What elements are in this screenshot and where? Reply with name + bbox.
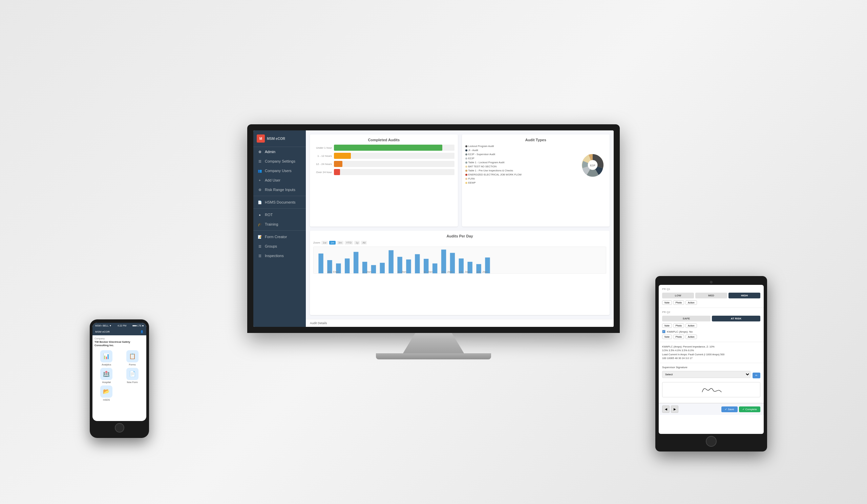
tablet-section-q2: PR Q2 SAFE AT RISK Note Photo Action ✓ K… (659, 308, 764, 342)
q1-low-button[interactable]: LOW (662, 293, 694, 298)
company-settings-icon: ☰ (257, 160, 262, 163)
hsms-icon: 📄 (257, 201, 262, 204)
q2-photo-button[interactable]: Photo (673, 323, 684, 328)
sidebar-logo: M MSM eCOR (253, 130, 306, 147)
phone-icon-analytics[interactable]: 📊 Analytics (95, 350, 119, 366)
sidebar-item-groups[interactable]: ☰ Groups (253, 242, 306, 251)
svg-text:14. Jan: 14. Jan (476, 271, 488, 274)
q2-action-button[interactable]: Action (685, 323, 697, 328)
phone-home-button[interactable] (115, 423, 124, 432)
sidebar-item-rot[interactable]: ● ROT (253, 210, 306, 219)
hospital-label: Hospital (102, 381, 111, 384)
svg-rect-7 (354, 252, 358, 274)
monitor-stand (403, 333, 464, 353)
q2-sub-action[interactable]: Action (685, 335, 697, 339)
sidebar-divider-3 (253, 230, 306, 230)
phone-company-label: Company (95, 337, 144, 340)
tablet-home-button[interactable] (706, 436, 717, 447)
sidebar-item-form-creator[interactable]: 📝 Form Creator (253, 232, 306, 242)
sidebar-item-label: ROT (265, 213, 272, 217)
sidebar-item-risk-range[interactable]: ⚙ Risk Range Inputs (253, 185, 306, 194)
phone-icon-msds[interactable]: 📂 mSDS (95, 385, 119, 401)
forms-icon-box: 📋 (126, 350, 139, 362)
sidebar-item-label: Inspections (265, 254, 284, 258)
sidebar-item-add-user[interactable]: + Add User (253, 175, 306, 185)
sidebar-item-company-users[interactable]: 👥 Company Users (253, 166, 306, 175)
phone-user-icon: 👤 (140, 330, 143, 333)
q2-label: PR Q2 (662, 311, 760, 314)
legend-item: ENERGIZED ELECTRICAL JOB WORK FLOW (465, 173, 576, 176)
completed-audits-chart: Under 1 hour 1 - 12 hours (313, 144, 454, 175)
q1-photo-button[interactable]: Photo (673, 300, 684, 305)
q2-sub-action-buttons: Note Photo Action (662, 335, 760, 339)
bar-row: Under 1 hour (313, 144, 454, 151)
phone-header: MSM eCOR 👤 (93, 328, 146, 335)
sidebar-item-admin[interactable]: ⚙ Admin (253, 147, 306, 157)
phone-outer: MSM • BELL ▼ 4:22 PM ■■■ LTE ■ MSM eCOR … (90, 319, 149, 438)
save-button[interactable]: ✓ Save (721, 406, 737, 412)
legend-item: BAT TEST NO SECTION (465, 165, 576, 168)
svg-rect-13 (406, 259, 411, 274)
msds-icon-box: 📂 (100, 385, 113, 398)
sidebar-item-hsms[interactable]: 📄 HSMS Documents (253, 197, 306, 207)
q1-note-button[interactable]: Note (662, 300, 672, 305)
audit-details-label: Audit Details (310, 321, 327, 325)
svg-rect-17 (441, 250, 446, 274)
q1-action-button[interactable]: Action (685, 300, 697, 305)
phone-icon-forms[interactable]: 📋 Forms (120, 350, 144, 366)
monitor-base (376, 353, 491, 360)
sig-edit-button[interactable]: ✏ (752, 373, 760, 378)
phone-icons-grid: 📊 Analytics 📋 Forms 🏥 Hospital 📄 New For… (95, 350, 144, 401)
zoom-all[interactable]: All (361, 241, 367, 245)
sidebar-item-company-settings[interactable]: ☰ Company Settings (253, 157, 306, 166)
sidebar-item-label: Admin (265, 150, 275, 154)
zoom-1w[interactable]: 1w (321, 241, 328, 245)
phone-carrier: MSM • BELL ▼ (95, 324, 111, 327)
supervisor-select[interactable]: Select (662, 371, 750, 378)
q1-risk-buttons: LOW MED HIGH (662, 293, 760, 298)
q2-sub-note[interactable]: Note (662, 335, 672, 339)
company-users-icon: 👥 (257, 169, 262, 173)
audit-types-title: Audit Types (465, 138, 607, 142)
sidebar-item-training[interactable]: 🎓 Training (253, 219, 306, 229)
q2-risk-buttons: SAFE AT RISK (662, 316, 760, 321)
tablet-screen: PR Q1 LOW MED HIGH Note Photo Action PR … (659, 285, 764, 434)
kwaplc-checkbox[interactable]: ✓ (662, 330, 665, 333)
q2-sub-photo[interactable]: Photo (673, 335, 684, 339)
q1-med-button[interactable]: MED (695, 293, 727, 298)
bar-fill (334, 144, 442, 151)
q2-safe-button[interactable]: SAFE (662, 316, 710, 321)
q2-at-risk-button[interactable]: AT RISK (712, 316, 760, 321)
q1-high-button[interactable]: HIGH (728, 293, 760, 298)
zoom-1m[interactable]: 1m (329, 241, 336, 245)
prev-button[interactable]: ◀ (662, 405, 670, 413)
complete-button[interactable]: ✓ Complete (739, 406, 760, 412)
zoom-3m[interactable]: 3m (337, 241, 343, 245)
sidebar-item-inspections[interactable]: ☰ Inspections (253, 251, 306, 260)
zoom-ytd[interactable]: YTD (345, 241, 353, 245)
sidebar-item-label: Training (265, 222, 278, 226)
signature-svg (698, 384, 725, 396)
sig-controls: Select ✏ (662, 371, 760, 380)
zoom-1y[interactable]: 1y (354, 241, 360, 245)
kwaplc-label: KWAPLC (Amps): No (667, 330, 693, 333)
next-button[interactable]: ▶ (671, 405, 678, 413)
pie-chart-area: Lockout Program Audit JI - Audit EZJP - … (465, 144, 607, 185)
phone-company-name: TW Becker Electrical Safety Consulting I… (95, 340, 144, 347)
new-form-icon-box: 📄 (126, 368, 139, 380)
phone-header-title: MSM eCOR (95, 330, 110, 333)
main-content: Completed Audits Under 1 hour 1 - 12 hou… (306, 130, 614, 327)
audit-details-bar: Audit Details (306, 319, 614, 327)
training-icon: 🎓 (257, 223, 262, 226)
bar-fill (334, 161, 342, 167)
bar-label: 1 - 12 hours (313, 154, 332, 158)
phone-icon-hospital[interactable]: 🏥 Hospital (95, 368, 119, 384)
bar-row: Over 24 hour (313, 169, 454, 175)
bar-container (334, 153, 454, 159)
phone-signal: ■■■ LTE ■ (132, 324, 143, 327)
legend-item: Lockout Program Audit (465, 144, 576, 148)
q2-note-button[interactable]: Note (662, 323, 672, 328)
sidebar-divider-2 (253, 208, 306, 208)
phone-icon-new-form[interactable]: 📄 New Form (120, 368, 144, 384)
bar-container (334, 169, 454, 175)
